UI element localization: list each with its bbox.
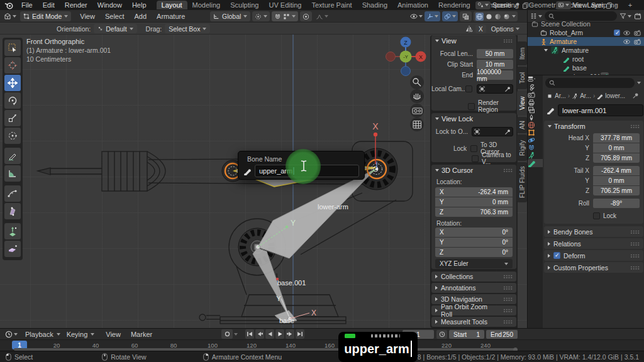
new-viewlayer-icon[interactable]	[606, 2, 613, 9]
bone-name-field[interactable]: lower-arm.001	[558, 104, 643, 116]
timeline-ruler[interactable]: 20 40 60 80 100 120 140 160 180 200 220 …	[0, 339, 644, 351]
panel-grip[interactable]	[630, 254, 640, 258]
outliner-row-armature-data[interactable]: Armature	[528, 46, 644, 55]
tool-rotate[interactable]	[4, 92, 21, 109]
tab-view[interactable]: View	[517, 90, 527, 116]
falloff-dropdown[interactable]	[314, 11, 330, 21]
tab-viewlayer-properties[interactable]	[528, 106, 543, 114]
focal-length-field[interactable]: 50 mm	[477, 49, 513, 58]
tool-measure[interactable]	[4, 165, 21, 182]
tool-cursor[interactable]	[4, 57, 21, 74]
tail-z-field[interactable]: 706.25 mm	[593, 186, 640, 195]
rotation-mode-dropdown[interactable]: XYZ Euler	[435, 259, 513, 268]
options-dropdown[interactable]: Options	[491, 25, 519, 33]
deform-panel[interactable]: Deform	[544, 250, 643, 261]
tab-constraints-properties[interactable]	[528, 144, 543, 151]
properties-search-input[interactable]	[545, 78, 635, 88]
menu-render[interactable]: Render	[60, 1, 92, 9]
auto-keying-button[interactable]	[221, 329, 233, 339]
panel-grip[interactable]	[630, 266, 640, 270]
cursor-panel-header[interactable]: 3D Cursor	[431, 165, 516, 176]
collection-checkbox[interactable]	[614, 30, 620, 36]
outliner-filter-button[interactable]	[619, 13, 631, 19]
tab-scene-properties[interactable]	[528, 114, 543, 121]
breadcrumb-armature[interactable]: Ar...	[580, 92, 591, 99]
lock-to-object-field[interactable]	[472, 127, 513, 136]
menu-window[interactable]: Window	[92, 1, 127, 9]
tool-bone-roll[interactable]	[4, 185, 21, 202]
menu-file[interactable]: File	[16, 1, 38, 9]
start-frame-field[interactable]: Start1	[449, 330, 484, 339]
pan-orbit-panel[interactable]: Pan Orbit Zoom Roll	[431, 305, 516, 315]
new-scene-icon[interactable]	[522, 2, 529, 9]
visibility-dropdown[interactable]	[410, 13, 423, 20]
gizmos-toggle[interactable]	[425, 11, 440, 21]
editor-type-button[interactable]	[4, 13, 16, 20]
viewlayer-name[interactable]: ViewLayer	[573, 1, 604, 9]
pan-button[interactable]	[410, 89, 424, 103]
menu-edit[interactable]: Edit	[38, 1, 60, 9]
panel-grip[interactable]	[503, 309, 513, 312]
viewlayer-type-button[interactable]	[556, 1, 571, 9]
zoom-button[interactable]	[410, 75, 424, 89]
tail-y-field[interactable]: 0 mm	[593, 176, 640, 185]
cursor-rz-field[interactable]: Z0°	[435, 248, 513, 257]
new-collection-icon[interactable]	[634, 13, 641, 20]
hide-eye-icon[interactable]	[623, 30, 630, 36]
transform-panel-header[interactable]: Transform	[544, 121, 643, 132]
menu-keying[interactable]: Keying	[65, 331, 95, 338]
play-reverse-button[interactable]	[265, 329, 274, 339]
workspace-tab-uv-editing[interactable]: UV Editing	[264, 1, 306, 9]
use-preview-range-button[interactable]	[436, 330, 447, 339]
tab-bone-properties[interactable]	[528, 159, 543, 167]
measureit-panel[interactable]: MeasureIt Tools	[431, 317, 516, 327]
head-y-field[interactable]: 0 mm	[593, 143, 640, 153]
proportional-edit-button[interactable]	[300, 11, 312, 21]
chevron-down-icon[interactable]	[292, 15, 296, 18]
lock-checkbox[interactable]	[593, 212, 600, 219]
tail-x-field[interactable]: -262.4 mm	[593, 166, 640, 175]
tool-move[interactable]	[4, 75, 21, 91]
workspace-tab-modeling[interactable]: Modeling	[187, 1, 226, 9]
chevron-down-icon[interactable]	[637, 82, 641, 84]
outliner-row-robot-arm[interactable]: Robot_Arm	[528, 28, 644, 37]
relations-panel[interactable]: Relations	[544, 238, 643, 249]
play-button[interactable]	[275, 329, 284, 339]
panel-grip[interactable]	[503, 275, 513, 278]
cursor-z-field[interactable]: Z706.3 mm	[435, 207, 513, 217]
expand-icon[interactable]	[544, 49, 548, 52]
custom-properties-panel[interactable]: Custom Properties	[544, 262, 643, 273]
rendered-shading-icon[interactable]	[503, 13, 510, 20]
breadcrumb-bone[interactable]: lower...	[605, 92, 625, 99]
pivot-dropdown[interactable]	[252, 11, 270, 21]
menu-timeline-view[interactable]: View	[101, 331, 126, 338]
shading-wireframe-button[interactable]	[475, 13, 484, 21]
gizmo-minus-x-axis[interactable]	[386, 52, 396, 62]
chevron-down-icon[interactable]	[234, 333, 238, 336]
workspace-tab-sculpting[interactable]: Sculpting	[225, 1, 264, 9]
panel-grip[interactable]	[503, 286, 513, 290]
scene-type-button[interactable]	[475, 1, 491, 9]
disable-render-camera-icon[interactable]	[634, 38, 641, 45]
pin-icon[interactable]	[513, 2, 520, 9]
panel-grip[interactable]	[630, 242, 640, 246]
eyedropper-icon[interactable]	[504, 129, 511, 135]
workspace-tab-shading[interactable]: Shading	[357, 1, 392, 9]
mirror-x-toggle[interactable]: X	[475, 25, 486, 33]
unlink-scene-icon[interactable]: ×	[531, 2, 535, 9]
menu-view[interactable]: View	[75, 13, 100, 20]
workspace-tab-rendering[interactable]: Rendering	[433, 1, 475, 9]
tab-armature-data-properties[interactable]	[528, 151, 543, 159]
tab-render-properties[interactable]	[528, 91, 543, 99]
clip-end-field[interactable]: 1000000 mm	[477, 70, 513, 80]
bendy-bones-panel[interactable]: Bendy Bones	[544, 226, 643, 237]
jump-to-start-button[interactable]	[245, 329, 254, 339]
menu-select[interactable]: Select	[100, 13, 130, 20]
mode-dropdown[interactable]: Edit Mode	[20, 11, 71, 21]
menu-marker[interactable]: Marker	[126, 331, 157, 338]
head-x-field[interactable]: 377.78 mm	[593, 133, 640, 143]
menu-armature[interactable]: Armature	[152, 13, 190, 20]
outliner-row-root[interactable]: root	[528, 55, 644, 63]
tool-transform[interactable]	[4, 128, 21, 144]
menu-playback[interactable]: Playback	[24, 331, 60, 338]
